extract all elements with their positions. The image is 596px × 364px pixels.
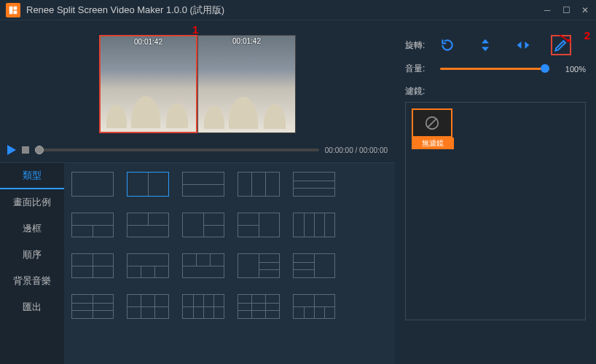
filter-none-thumb[interactable] xyxy=(412,108,452,138)
seek-slider[interactable] xyxy=(35,149,319,151)
volume-thumb[interactable] xyxy=(541,64,549,73)
layout-r4c[interactable] xyxy=(182,294,224,319)
close-button[interactable]: ✕ xyxy=(580,5,590,15)
filter-item-none[interactable]: 無濾鏡 xyxy=(412,108,454,149)
properties-panel: 旋轉: 2 音量: 100% xyxy=(395,20,596,364)
layout-r4b[interactable] xyxy=(127,294,169,319)
app-title: Renee Split Screen Video Maker 1.0.0 (試用… xyxy=(26,4,542,17)
svg-marker-6 xyxy=(525,41,530,49)
tab-border[interactable]: 邊框 xyxy=(0,215,64,242)
volume-value: 100% xyxy=(565,65,586,74)
layout-r4e[interactable] xyxy=(293,294,335,319)
svg-rect-0 xyxy=(9,6,13,14)
layout-3h[interactable] xyxy=(293,172,335,197)
layout-2x2[interactable] xyxy=(71,253,114,278)
playback-bar: 00:00:00 / 00:00:00 xyxy=(0,141,395,159)
flip-horizontal-icon[interactable] xyxy=(516,38,530,52)
svg-marker-5 xyxy=(517,41,522,49)
layout-r3d[interactable] xyxy=(238,253,280,278)
minimize-button[interactable]: ─ xyxy=(542,5,552,15)
rotate-label: 旋轉: xyxy=(405,39,430,52)
sidebar-tabs: 類型 畫面比例 邊框 順序 背景音樂 匯出 xyxy=(0,163,64,364)
seek-thumb[interactable] xyxy=(35,146,44,154)
layout-r2a[interactable] xyxy=(71,213,114,237)
preview-clip-1[interactable]: 00:01:42 xyxy=(99,35,197,133)
rotate-cw-icon[interactable] xyxy=(440,38,455,52)
callout-1: 1 xyxy=(192,23,198,36)
layout-picker xyxy=(64,163,395,364)
volume-slider[interactable] xyxy=(440,68,549,70)
filter-none-label: 無濾鏡 xyxy=(412,138,454,149)
tab-order[interactable]: 順序 xyxy=(0,242,64,268)
svg-marker-3 xyxy=(482,39,489,44)
layout-r2d[interactable] xyxy=(238,213,280,237)
time-display: 00:00:00 / 00:00:00 xyxy=(325,146,388,154)
tab-aspect-ratio[interactable]: 畫面比例 xyxy=(0,189,64,215)
app-icon xyxy=(6,3,20,17)
filter-box: 無濾鏡 xyxy=(405,102,586,320)
volume-label: 音量: xyxy=(405,63,430,75)
tab-export[interactable]: 匯出 xyxy=(0,294,64,320)
layout-r3e[interactable] xyxy=(293,253,335,278)
svg-line-9 xyxy=(428,119,437,128)
layout-2v[interactable] xyxy=(127,172,169,197)
titlebar: Renee Split Screen Video Maker 1.0.0 (試用… xyxy=(0,0,596,20)
flip-vertical-icon[interactable] xyxy=(478,38,493,52)
callout-2: 2 xyxy=(584,29,590,41)
tab-bg-music[interactable]: 背景音樂 xyxy=(0,268,64,294)
layout-r2c[interactable] xyxy=(182,213,224,237)
stop-button[interactable] xyxy=(22,146,29,154)
play-button[interactable] xyxy=(7,145,16,155)
layout-r4d[interactable] xyxy=(238,294,280,319)
svg-marker-4 xyxy=(482,47,489,52)
layout-2h[interactable] xyxy=(182,172,224,197)
svg-rect-2 xyxy=(14,10,17,14)
preview-clip-2[interactable]: 00:01:42 xyxy=(197,35,296,133)
clip-timestamp: 00:01:42 xyxy=(101,38,196,46)
layout-r4a[interactable] xyxy=(71,294,114,319)
maximize-button[interactable]: ☐ xyxy=(561,5,571,15)
layout-3v[interactable] xyxy=(238,172,280,197)
layout-1x1[interactable] xyxy=(71,172,114,197)
layout-r3c[interactable] xyxy=(182,253,224,278)
layout-4v[interactable] xyxy=(293,213,335,237)
svg-rect-1 xyxy=(14,6,17,9)
layout-r3b[interactable] xyxy=(127,253,169,278)
tab-type[interactable]: 類型 xyxy=(0,163,64,189)
preview-area: 1 00:01:42 00:01:42 xyxy=(0,20,395,141)
arrow-annotation xyxy=(558,33,573,44)
clip-timestamp: 00:01:42 xyxy=(198,37,295,45)
layout-r2b[interactable] xyxy=(127,213,169,237)
filter-label: 濾鏡: xyxy=(405,85,430,98)
